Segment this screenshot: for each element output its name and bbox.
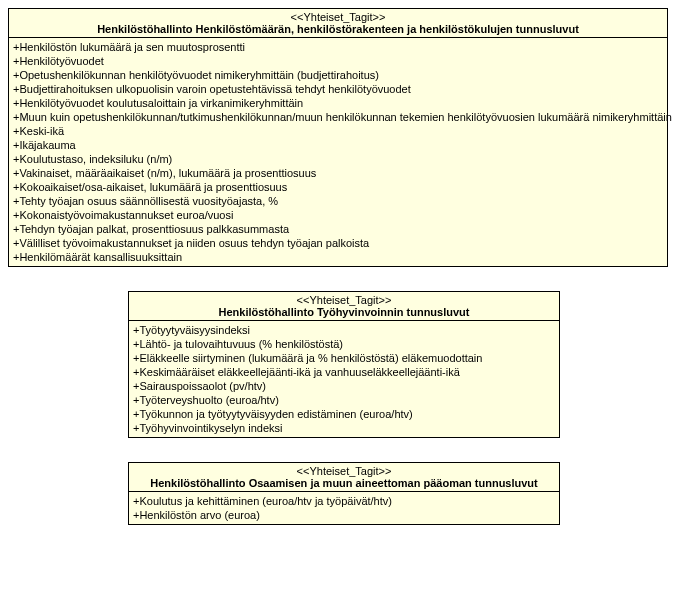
stereotype: <<Yhteiset_Tagit>>: [133, 465, 555, 477]
class-attribute: +Tehdyn työajan palkat, prosenttiosuus p…: [13, 222, 663, 236]
class-attribute: +Työtyytyväisyysindeksi: [133, 323, 555, 337]
class-attribute: +Välilliset työvoimakustannukset ja niid…: [13, 236, 663, 250]
class-attribute: +Koulutustaso, indeksiluku (n/m): [13, 152, 663, 166]
class-attribute: +Kokonaistyövoimakustannukset euroa/vuos…: [13, 208, 663, 222]
uml-class-box-1: <<Yhteiset_Tagit>> Henkilöstöhallinto He…: [8, 8, 668, 267]
class-title: Henkilöstöhallinto Työhyvinvoinnin tunnu…: [133, 306, 555, 318]
class-attribute: +Ikäjakauma: [13, 138, 663, 152]
class-attribute: +Henkilötyövuodet koulutusaloittain ja v…: [13, 96, 663, 110]
uml-class-attributes: +Työtyytyväisyysindeksi +Lähtö- ja tulov…: [129, 321, 559, 437]
stereotype: <<Yhteiset_Tagit>>: [13, 11, 663, 23]
class-title: Henkilöstöhallinto Henkilöstömäärän, hen…: [13, 23, 663, 35]
uml-class-header: <<Yhteiset_Tagit>> Henkilöstöhallinto Os…: [129, 463, 559, 492]
uml-class-box-2: <<Yhteiset_Tagit>> Henkilöstöhallinto Ty…: [128, 291, 560, 438]
uml-class-attributes: +Henkilöstön lukumäärä ja sen muutospros…: [9, 38, 667, 266]
class-attribute: +Budjettirahoituksen ulkopuolisin varoin…: [13, 82, 663, 96]
class-attribute: +Keski-ikä: [13, 124, 663, 138]
class-attribute: +Henkilömäärät kansallisuuksittain: [13, 250, 663, 264]
class-attribute: +Työhyvinvointikyselyn indeksi: [133, 421, 555, 435]
class-attribute: +Henkilöstön lukumäärä ja sen muutospros…: [13, 40, 663, 54]
class-attribute: +Vakinaiset, määräaikaiset (n/m), lukumä…: [13, 166, 663, 180]
class-attribute: +Lähtö- ja tulovaihtuvuus (% henkilöstös…: [133, 337, 555, 351]
uml-class-box-3: <<Yhteiset_Tagit>> Henkilöstöhallinto Os…: [128, 462, 560, 525]
class-attribute: +Työkunnon ja työtyytyväisyyden edistämi…: [133, 407, 555, 421]
uml-class-header: <<Yhteiset_Tagit>> Henkilöstöhallinto Ty…: [129, 292, 559, 321]
class-attribute: +Tehty työajan osuus säännöllisestä vuos…: [13, 194, 663, 208]
class-attribute: +Henkilötyövuodet: [13, 54, 663, 68]
class-attribute: +Keskimääräiset eläkkeellejäänti-ikä ja …: [133, 365, 555, 379]
class-attribute: +Henkilöstön arvo (euroa): [133, 508, 555, 522]
class-title: Henkilöstöhallinto Osaamisen ja muun ain…: [133, 477, 555, 489]
uml-class-header: <<Yhteiset_Tagit>> Henkilöstöhallinto He…: [9, 9, 667, 38]
class-attribute: +Koulutus ja kehittäminen (euroa/htv ja …: [133, 494, 555, 508]
stereotype: <<Yhteiset_Tagit>>: [133, 294, 555, 306]
class-attribute: +Työterveyshuolto (euroa/htv): [133, 393, 555, 407]
class-attribute: +Sairauspoissaolot (pv/htv): [133, 379, 555, 393]
class-attribute: +Muun kuin opetushenkilökunnan/tutkimush…: [13, 110, 663, 124]
class-attribute: +Opetushenkilökunnan henkilötyövuodet ni…: [13, 68, 663, 82]
uml-class-attributes: +Koulutus ja kehittäminen (euroa/htv ja …: [129, 492, 559, 524]
class-attribute: +Kokoaikaiset/osa-aikaiset, lukumäärä ja…: [13, 180, 663, 194]
class-attribute: +Eläkkeelle siirtyminen (lukumäärä ja % …: [133, 351, 555, 365]
